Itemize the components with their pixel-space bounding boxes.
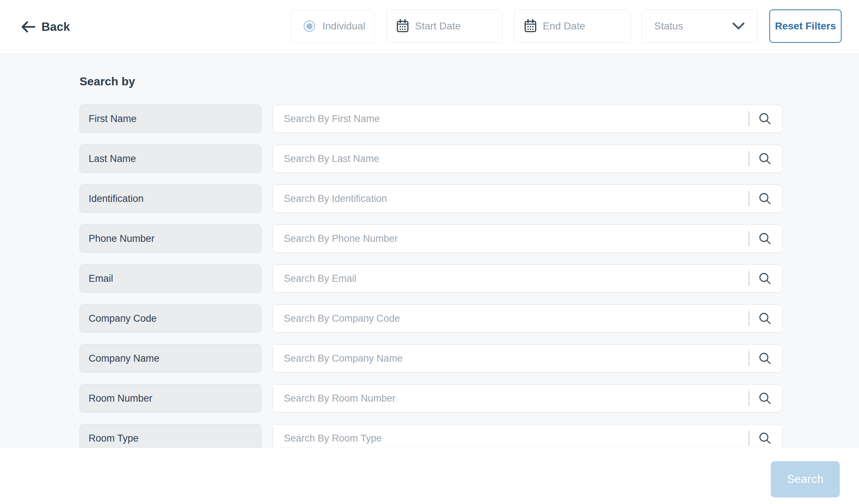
start-date-picker[interactable]: Start Date	[386, 9, 502, 43]
search-row-room-number: Room Number	[80, 384, 782, 412]
input-divider	[749, 351, 749, 366]
identification-search-input[interactable]	[273, 185, 749, 212]
search-icon[interactable]	[758, 312, 772, 325]
search-icon[interactable]	[758, 431, 772, 445]
search-icon[interactable]	[758, 192, 772, 206]
search-row-company-name: Company Name	[80, 344, 782, 373]
back-label: Back	[41, 20, 70, 34]
input-divider	[749, 151, 749, 166]
input-divider	[749, 231, 749, 246]
status-dropdown[interactable]: Status	[642, 9, 758, 43]
status-placeholder: Status	[654, 20, 683, 32]
reset-filters-button[interactable]: Reset Filters	[769, 9, 842, 43]
page-title: Search by	[80, 75, 135, 88]
calendar-icon	[396, 19, 409, 33]
search-button[interactable]: Search	[771, 461, 840, 497]
calendar-icon	[524, 19, 537, 33]
search-icon[interactable]	[758, 152, 772, 166]
search-row-last-name: Last Name	[80, 145, 782, 173]
input-divider	[749, 311, 749, 326]
phone-number-field	[273, 224, 782, 253]
room-number-field	[273, 384, 782, 412]
search-form-area: Search by First Name Last Name	[0, 54, 859, 504]
back-button[interactable]: Back	[21, 0, 70, 54]
first-name-label: First Name	[80, 105, 261, 133]
room-number-search-input[interactable]	[273, 385, 749, 412]
search-icon[interactable]	[758, 272, 772, 285]
company-code-label: Company Code	[80, 304, 261, 333]
footer-bar: Search	[0, 448, 859, 504]
last-name-search-input[interactable]	[273, 145, 749, 172]
company-code-field	[273, 304, 782, 333]
search-icon[interactable]	[758, 112, 772, 126]
search-icon[interactable]	[758, 351, 772, 365]
end-date-placeholder: End Date	[543, 20, 585, 32]
end-date-picker[interactable]: End Date	[514, 9, 631, 43]
back-arrow-icon	[21, 21, 36, 33]
email-label: Email	[80, 264, 261, 293]
input-divider	[749, 111, 749, 126]
start-date-placeholder: Start Date	[415, 20, 461, 32]
room-number-label: Room Number	[80, 384, 261, 412]
search-row-company-code: Company Code	[80, 304, 782, 333]
company-name-label: Company Name	[80, 344, 261, 373]
input-divider	[749, 271, 749, 286]
radio-selected-icon	[304, 20, 315, 32]
company-name-field	[273, 344, 782, 373]
search-row-identification: Identification	[80, 184, 782, 213]
last-name-label: Last Name	[80, 145, 261, 173]
search-icon[interactable]	[758, 391, 772, 405]
first-name-search-input[interactable]	[273, 105, 749, 133]
input-divider	[749, 391, 749, 406]
search-rows: First Name Last Name Identification	[80, 105, 782, 452]
chevron-down-icon	[732, 22, 745, 30]
first-name-field	[273, 105, 782, 133]
email-search-input[interactable]	[273, 265, 749, 292]
header-bar: Back Individual Start Date	[0, 0, 859, 54]
phone-number-label: Phone Number	[80, 224, 261, 253]
search-icon[interactable]	[758, 232, 772, 245]
search-row-phone-number: Phone Number	[80, 224, 782, 253]
company-name-search-input[interactable]	[273, 345, 749, 372]
identification-field	[273, 184, 782, 213]
identification-label: Identification	[80, 184, 261, 213]
search-row-email: Email	[80, 264, 782, 293]
search-row-first-name: First Name	[80, 105, 782, 133]
input-divider	[749, 431, 749, 446]
last-name-field	[273, 145, 782, 173]
individual-label: Individual	[322, 20, 365, 32]
input-divider	[749, 191, 749, 206]
individual-radio-option[interactable]: Individual	[291, 9, 375, 43]
company-code-search-input[interactable]	[273, 305, 749, 332]
phone-number-search-input[interactable]	[273, 225, 749, 252]
email-field	[273, 264, 782, 293]
